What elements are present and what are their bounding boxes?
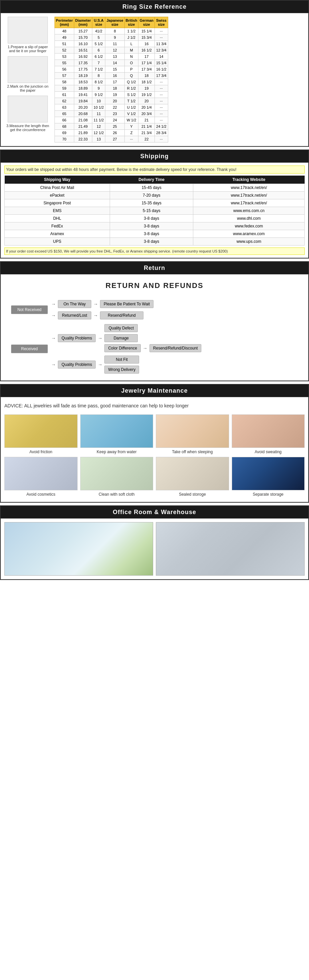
cosmetics-label: Avoid cosmetics <box>4 492 78 497</box>
shipping-header: Shipping <box>1 150 308 162</box>
step3-image <box>8 95 48 123</box>
jewelry-item-sealed: Sealed storoge <box>156 457 229 497</box>
wrong-delivery-box: Wrong Delivery <box>104 366 139 374</box>
table-row: 6621.0811 1/224W 1/221··· <box>55 117 168 123</box>
table-row: 5517.35714O17 1/415 1/4 <box>55 60 168 66</box>
shipping-col-way: Shipping Way <box>5 176 110 184</box>
arrow4: → <box>93 313 98 318</box>
list-item: China Post Air Mail15-45 dayswww.17track… <box>5 184 305 192</box>
received-quality-group1: → Quality Problems → Quality Defect Dama… <box>51 324 201 352</box>
quality-defect-box: Quality Defect <box>104 324 138 332</box>
jewelry-header: Jewelry Maintenance <box>1 385 308 397</box>
water-image <box>80 414 153 448</box>
jewelry-grid: Avoid friction Keep away from water Take… <box>4 414 305 497</box>
shipping-col-time: Delivery Time <box>110 176 193 184</box>
quality-problems-box1: Quality Problems <box>58 334 96 342</box>
returned-lost-box: Returned/Lost <box>58 312 91 320</box>
col-swiss: Swisssize <box>155 17 168 28</box>
color-difference-box: Color Difference <box>104 344 140 352</box>
jewelry-item-cloth: Clean with soft cloth <box>80 457 153 497</box>
shipping-col-tracking: Tracking Website <box>193 176 305 184</box>
arrow1: → <box>51 301 56 307</box>
return-header: Return <box>1 262 308 274</box>
jewelry-item-sweating: Avoid sweating <box>232 414 305 454</box>
ring-size-content-wrapper: 1.Prepare a slip of paper and tie it on … <box>1 13 308 146</box>
col-usa: U.S.Asize <box>92 17 105 28</box>
cloth-label: Clean with soft cloth <box>80 492 153 497</box>
sleeping-image <box>156 414 229 448</box>
sealed-label: Sealed storoge <box>156 492 229 497</box>
jewelry-item-water: Keep away from water <box>80 414 153 454</box>
not-received-group: Not Received → On The Way → Please Be Pa… <box>11 300 298 320</box>
cloth-image <box>80 457 153 490</box>
shipping-content: Your orders will be shipped out within 4… <box>1 162 308 258</box>
col-diameter: Diameter(mm) <box>74 17 92 28</box>
office-content <box>1 519 308 579</box>
table-row: 6320.2010 1/222U 1/220 1/4··· <box>55 104 168 111</box>
list-item: EMS5-15 dayswww.ems.com.cn <box>5 207 305 215</box>
office-images <box>4 522 305 576</box>
shipping-table: Shipping Way Delivery Time Tracking Webs… <box>4 176 305 245</box>
sweating-image <box>232 414 305 448</box>
col-perimeter: Perimeter(mm) <box>55 17 74 28</box>
office-section: Office Room & Warehouse <box>0 505 309 580</box>
not-received-branches: → On The Way → Please Be Patient To Wait… <box>51 300 153 320</box>
friction-image <box>4 414 78 448</box>
shipping-section: Shipping Your orders will be shipped out… <box>0 150 309 259</box>
branch-color-difference: Color Difference → Resend/Refund/Discoun… <box>104 344 201 352</box>
table-row: 7022.331327···22··· <box>55 136 168 143</box>
please-be-patient-box: Please Be Patient To Wait <box>100 300 153 308</box>
resend-refund-discount-box: Resend/Refund/Discount <box>150 344 201 352</box>
water-label: Keep away from water <box>80 450 153 454</box>
step2-text: 2.Mark on the junction on the paper <box>4 84 51 92</box>
branch-on-the-way: → On The Way → Please Be Patient To Wait <box>51 300 153 308</box>
table-row: 6119.419 1/219S 1/219 1/2··· <box>55 92 168 98</box>
ring-size-header: Ring Size Reference <box>1 1 308 13</box>
ring-size-instructions: 1.Prepare a slip of paper and tie it on … <box>4 17 51 143</box>
jewelry-item-friction: Avoid friction <box>4 414 78 454</box>
table-row: 6921.8912 1/226Z21 3/428 3/4 <box>55 130 168 136</box>
not-received-label: Not Received <box>11 305 48 314</box>
jewelry-content: ADVICE: ALL jewelries will fade as time … <box>1 397 308 502</box>
step1-text: 1.Prepare a slip of paper and tie it on … <box>4 45 51 53</box>
jewelry-item-sleeping: Take off when sleeping <box>156 414 229 454</box>
office-header: Office Room & Warehouse <box>1 506 308 519</box>
list-item: FedEx3-8 dayswww.fedex.com <box>5 223 305 230</box>
return-title: RETURN AND REFUNDS <box>4 281 305 290</box>
cosmetics-image <box>4 457 78 490</box>
sweating-label: Avoid sweating <box>232 450 305 454</box>
ring-size-table: Perimeter(mm) Diameter(mm) U.S.Asize Jap… <box>54 17 168 143</box>
table-row: 5718.19816Q1817 3/4 <box>55 73 168 79</box>
table-row: 5818.538 1/217Q 1/218 1/2··· <box>55 79 168 85</box>
received-group: Received → Quality Problems → Quality De… <box>11 324 298 374</box>
separate-image <box>232 457 305 490</box>
col-british: Britishsize <box>124 17 139 28</box>
branch-damage: Damage <box>104 334 201 342</box>
col-german: Germansize <box>139 17 155 28</box>
instruction-step3: 3.Measure the length then get the circum… <box>4 95 51 132</box>
table-row: 6821.491225Y21 1/424 1/2 <box>55 123 168 130</box>
return-content: RETURN AND REFUNDS Not Received → On The… <box>1 274 308 381</box>
ring-size-content: 1.Prepare a slip of paper and tie it on … <box>4 17 305 143</box>
table-row: 5216.51612M16 1/212 3/4 <box>55 47 168 54</box>
list-item: Aramex3-8 dayswww.aramex.com <box>5 230 305 238</box>
table-row: 6219.841020T 1/220··· <box>55 98 168 104</box>
jewelry-item-cosmetics: Avoid cosmetics <box>4 457 78 497</box>
ring-table-wrapper: Perimeter(mm) Diameter(mm) U.S.Asize Jap… <box>54 17 305 143</box>
table-row: 4815.2741/281 1/215 1/4··· <box>55 28 168 35</box>
table-row: 5617.757 1/215P17 3/416 1/2 <box>55 66 168 73</box>
quality-problems-box2: Quality Problems <box>58 361 96 369</box>
step1-image <box>8 17 48 43</box>
branch-returned-lost: → Returned/Lost → Resend/Refund <box>51 312 153 320</box>
ring-size-section: Ring Size Reference 1.Prepare a slip of … <box>0 0 309 147</box>
damage-box: Damage <box>104 334 138 342</box>
instruction-step2: 2.Mark on the junction on the paper <box>4 56 51 92</box>
jewelry-advice: ADVICE: ALL jewelries will fade as time … <box>4 402 305 409</box>
separate-label: Separate storage <box>232 492 305 497</box>
arrow3: → <box>51 313 56 318</box>
flow-diagram: Not Received → On The Way → Please Be Pa… <box>4 300 305 374</box>
table-row: 4915.7059J 1/215 3/4··· <box>55 35 168 41</box>
on-the-way-box: On The Way <box>58 300 91 308</box>
quality-subbranches: Quality Defect Damage Color Difference →… <box>104 324 201 352</box>
table-row: 5316.926 1/213N1714 <box>55 54 168 60</box>
